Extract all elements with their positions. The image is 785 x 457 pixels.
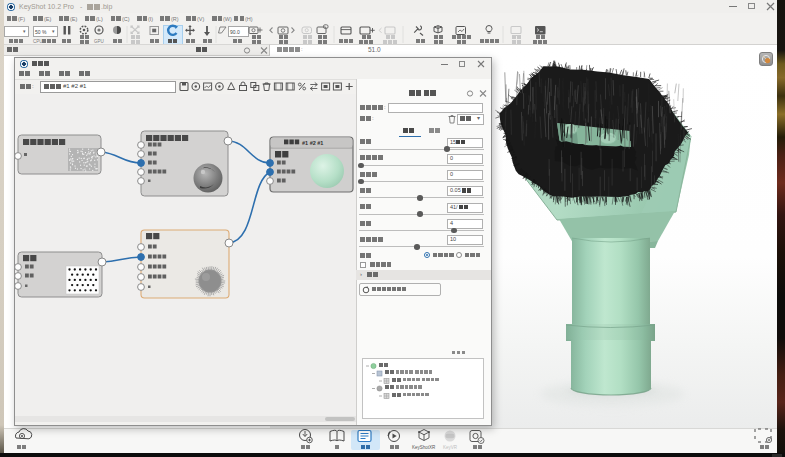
- svg-text:#1 #2 #1: #1 #2 #1: [302, 140, 323, 146]
